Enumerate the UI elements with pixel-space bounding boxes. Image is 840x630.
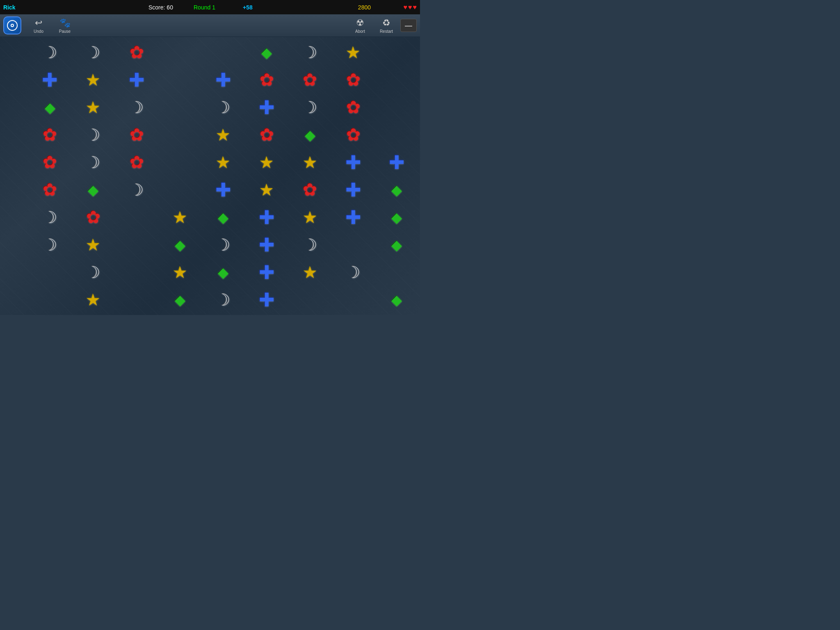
gem-cell-7-4[interactable]: ☽ <box>202 231 245 258</box>
gem-cell-4-7[interactable]: ✚ <box>332 149 375 176</box>
gem-cell-3-7[interactable]: ✿ <box>332 121 375 148</box>
gem-cell-8-2 <box>115 259 158 285</box>
pause-button[interactable]: 🐾 Pause <box>52 16 77 35</box>
restart-button[interactable]: ♻ Restart <box>374 16 399 35</box>
gem-cell-1-0[interactable]: ✚ <box>29 66 71 93</box>
gem-cell-3-4[interactable]: ★ <box>202 121 245 148</box>
undo-icon: ↩ <box>35 18 42 28</box>
gem-cell-9-3[interactable]: ◆ <box>159 286 201 313</box>
gem-cell-1-8 <box>375 66 418 93</box>
gem-cell-1-3 <box>159 66 201 93</box>
gem-cell-5-2[interactable]: ☽ <box>115 176 158 203</box>
gem-cell-4-4[interactable]: ★ <box>202 149 245 176</box>
gem-cell-9-2 <box>115 286 158 313</box>
gem-cell-4-5[interactable]: ★ <box>245 149 288 176</box>
gem-cell-8-7[interactable]: ☽ <box>332 259 375 285</box>
gem-cell-0-5[interactable]: ◆ <box>245 39 288 66</box>
home-icon <box>7 20 18 31</box>
gem-cell-6-0[interactable]: ☽ <box>29 204 71 231</box>
gem-cell-9-1[interactable]: ★ <box>72 286 115 313</box>
gem-cell-5-6[interactable]: ✿ <box>289 176 331 203</box>
gem-cell-2-4[interactable]: ☽ <box>202 94 245 121</box>
gem-cell-2-6[interactable]: ☽ <box>289 94 331 121</box>
gem-cell-4-0[interactable]: ✿ <box>29 149 71 176</box>
gem-cell-2-5[interactable]: ✚ <box>245 94 288 121</box>
gem-cell-3-6[interactable]: ◆ <box>289 121 331 148</box>
gem-cell-8-5[interactable]: ✚ <box>245 259 288 285</box>
bonus-display: +58 <box>243 4 253 11</box>
gem-cell-8-8 <box>375 259 418 285</box>
gem-cell-8-6[interactable]: ★ <box>289 259 331 285</box>
heart-3: ♥ <box>413 4 417 11</box>
gem-cell-2-0[interactable]: ◆ <box>29 94 71 121</box>
home-button[interactable] <box>3 16 21 34</box>
gem-cell-5-3 <box>159 176 201 203</box>
gem-cell-6-1[interactable]: ✿ <box>72 204 115 231</box>
gem-cell-6-8[interactable]: ◆ <box>375 204 418 231</box>
gem-cell-7-8[interactable]: ◆ <box>375 231 418 258</box>
pause-icon: 🐾 <box>59 18 71 28</box>
gem-cell-5-4[interactable]: ✚ <box>202 176 245 203</box>
gem-cell-1-2[interactable]: ✚ <box>115 66 158 93</box>
gem-cell-3-5[interactable]: ✿ <box>245 121 288 148</box>
gem-cell-1-4[interactable]: ✚ <box>202 66 245 93</box>
gem-cell-9-4[interactable]: ☽ <box>202 286 245 313</box>
gem-cell-3-2[interactable]: ✿ <box>115 121 158 148</box>
gem-cell-5-7[interactable]: ✚ <box>332 176 375 203</box>
minus-button[interactable]: — <box>400 19 417 32</box>
gem-cell-2-2[interactable]: ☽ <box>115 94 158 121</box>
gem-cell-0-8 <box>375 39 418 66</box>
gem-cell-0-3 <box>159 39 201 66</box>
gem-cell-8-1[interactable]: ☽ <box>72 259 115 285</box>
gem-cell-7-6[interactable]: ☽ <box>289 231 331 258</box>
gem-cell-6-5[interactable]: ✚ <box>245 204 288 231</box>
gem-cell-6-3[interactable]: ★ <box>159 204 201 231</box>
gem-cell-7-5[interactable]: ✚ <box>245 231 288 258</box>
gem-cell-7-7 <box>332 231 375 258</box>
player-name: Rick <box>3 4 16 11</box>
gem-cell-7-1[interactable]: ★ <box>72 231 115 258</box>
gem-cell-5-5[interactable]: ★ <box>245 176 288 203</box>
gem-cell-9-6 <box>289 286 331 313</box>
gem-cell-0-7[interactable]: ★ <box>332 39 375 66</box>
gem-cell-4-2[interactable]: ✿ <box>115 149 158 176</box>
heart-2: ♥ <box>408 4 412 11</box>
gem-cell-3-0[interactable]: ✿ <box>29 121 71 148</box>
gem-cell-1-6[interactable]: ✿ <box>289 66 331 93</box>
gem-cell-3-1[interactable]: ☽ <box>72 121 115 148</box>
gem-cell-2-1[interactable]: ★ <box>72 94 115 121</box>
gem-cell-2-7[interactable]: ✿ <box>332 94 375 121</box>
gem-cell-5-1[interactable]: ◆ <box>72 176 115 203</box>
gem-cell-8-4[interactable]: ◆ <box>202 259 245 285</box>
gem-cell-0-6[interactable]: ☽ <box>289 39 331 66</box>
gem-cell-0-1[interactable]: ☽ <box>72 39 115 66</box>
gem-cell-4-1[interactable]: ☽ <box>72 149 115 176</box>
undo-label: Undo <box>34 29 43 34</box>
lives-display: ♥ ♥ ♥ <box>404 4 417 11</box>
gem-cell-7-2 <box>115 231 158 258</box>
gem-cell-1-5[interactable]: ✿ <box>245 66 288 93</box>
abort-icon: ☢ <box>356 18 364 28</box>
gem-cell-9-8[interactable]: ◆ <box>375 286 418 313</box>
gem-cell-7-0[interactable]: ☽ <box>29 231 71 258</box>
gem-cell-0-0[interactable]: ☽ <box>29 39 71 66</box>
gem-cell-3-8 <box>375 121 418 148</box>
gem-cell-4-8[interactable]: ✚ <box>375 149 418 176</box>
gem-cell-0-2[interactable]: ✿ <box>115 39 158 66</box>
gem-cell-7-3[interactable]: ◆ <box>159 231 201 258</box>
gem-cell-4-6[interactable]: ★ <box>289 149 331 176</box>
abort-button[interactable]: ☢ Abort <box>348 16 372 35</box>
gem-cell-2-3 <box>159 94 201 121</box>
gem-cell-5-8[interactable]: ◆ <box>375 176 418 203</box>
gem-cell-9-5[interactable]: ✚ <box>245 286 288 313</box>
gem-cell-5-0[interactable]: ✿ <box>29 176 71 203</box>
gem-cell-1-1[interactable]: ★ <box>72 66 115 93</box>
gem-cell-6-7[interactable]: ✚ <box>332 204 375 231</box>
gem-cell-9-0 <box>29 286 71 313</box>
gem-cell-6-4[interactable]: ◆ <box>202 204 245 231</box>
gem-cell-8-3[interactable]: ★ <box>159 259 201 285</box>
gem-cell-6-6[interactable]: ★ <box>289 204 331 231</box>
undo-button[interactable]: ↩ Undo <box>26 16 51 35</box>
gem-cell-1-7[interactable]: ✿ <box>332 66 375 93</box>
restart-icon: ♻ <box>382 18 390 28</box>
